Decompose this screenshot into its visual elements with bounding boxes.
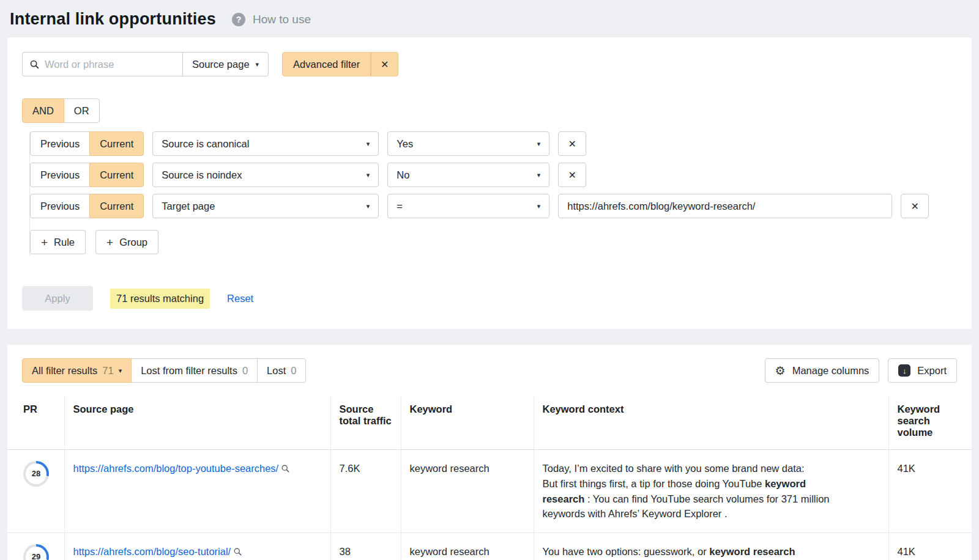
- column-header-keyword-context: Keyword context: [534, 396, 888, 450]
- source-page-cell: https://ahrefs.com/blog/seo-tutorial/: [64, 533, 330, 560]
- previous-toggle[interactable]: Previous: [30, 194, 90, 218]
- filter-rule: Previous Current Source is noindex ▾ No …: [30, 163, 957, 187]
- search-icon: [29, 59, 40, 70]
- previous-current-toggle: Previous Current: [30, 131, 144, 156]
- logic-toggle: AND OR: [22, 98, 100, 123]
- advanced-filter-close-button[interactable]: ✕: [371, 52, 398, 76]
- pr-score-ring: 29: [23, 544, 49, 560]
- and-toggle[interactable]: AND: [22, 98, 64, 123]
- plus-icon: +: [41, 237, 48, 248]
- gear-icon: ⚙: [775, 365, 786, 377]
- chevron-down-icon: ▾: [367, 172, 370, 179]
- source-total-traffic-cell: 7.6K: [330, 450, 401, 533]
- advanced-filter-group: Advanced filter ✕: [282, 52, 398, 76]
- export-button[interactable]: ↓ Export: [888, 358, 957, 383]
- keyword-cell: keyword research: [401, 450, 534, 533]
- close-icon: ✕: [568, 169, 576, 181]
- keyword-context-cell: You have two options: guesswork, or keyw…: [534, 533, 888, 560]
- page-title: Internal link opportunities: [10, 10, 216, 29]
- tab-label: All filter results: [32, 365, 97, 377]
- rule-field-label: Source is noindex: [162, 169, 242, 181]
- table-row: 29 https://ahrefs.com/blog/seo-tutorial/…: [7, 533, 972, 560]
- or-toggle[interactable]: OR: [64, 98, 100, 123]
- chevron-down-icon: ▾: [119, 367, 122, 374]
- results-table: PR Source page Source total traffic Keyw…: [7, 396, 972, 560]
- column-header-keyword: Keyword: [401, 396, 534, 450]
- rule-value-label: Yes: [396, 138, 413, 150]
- filter-rules: Previous Current Source is canonical ▾ Y…: [29, 131, 957, 256]
- rule-field-dropdown[interactable]: Source is noindex ▾: [152, 163, 379, 187]
- search-input[interactable]: [45, 59, 176, 70]
- search-scope-label: Source page: [192, 59, 250, 70]
- pr-cell: 28: [7, 450, 64, 533]
- previous-toggle[interactable]: Previous: [30, 163, 90, 187]
- remove-rule-button[interactable]: ✕: [901, 194, 929, 218]
- toolbar-right: ⚙ Manage columns ↓ Export: [765, 358, 957, 383]
- add-rule-button[interactable]: + Rule: [30, 230, 86, 254]
- rule-field-dropdown[interactable]: Source is canonical ▾: [152, 131, 379, 156]
- pr-score-value: 29: [26, 547, 47, 560]
- rule-value-input[interactable]: [558, 194, 892, 218]
- table-row: 28 https://ahrefs.com/blog/top-youtube-s…: [7, 450, 972, 533]
- pr-cell: 29: [7, 533, 64, 560]
- remove-rule-button[interactable]: ✕: [558, 163, 586, 187]
- current-toggle[interactable]: Current: [89, 194, 144, 218]
- tab-all-filter-results[interactable]: All filter results 71 ▾: [22, 358, 132, 383]
- source-total-traffic-cell: 38: [330, 533, 401, 560]
- reset-link[interactable]: Reset: [227, 293, 253, 304]
- rule-value-dropdown[interactable]: No ▾: [387, 163, 549, 187]
- filter-rule: Previous Current Target page ▾ = ▾ ✕: [30, 194, 957, 218]
- inspect-search-icon[interactable]: [233, 545, 242, 560]
- advanced-filter-button[interactable]: Advanced filter: [282, 52, 371, 76]
- source-page-link[interactable]: https://ahrefs.com/blog/top-youtube-sear…: [73, 463, 279, 474]
- pr-score-ring: 28: [23, 461, 49, 487]
- close-icon: ✕: [911, 201, 919, 212]
- remove-rule-button[interactable]: ✕: [558, 131, 586, 156]
- inspect-search-icon[interactable]: [281, 462, 290, 477]
- add-group-button[interactable]: + Group: [95, 230, 158, 254]
- results-tabs: All filter results 71 ▾ Lost from filter…: [22, 358, 306, 383]
- search-input-wrap: [22, 52, 182, 76]
- search-scope-dropdown[interactable]: Source page ▾: [182, 52, 269, 76]
- column-header-source-total-traffic: Source total traffic: [330, 396, 401, 450]
- tab-count: 0: [242, 365, 248, 377]
- rule-operator-dropdown[interactable]: = ▾: [387, 194, 549, 218]
- rule-field-label: Target page: [162, 201, 215, 212]
- previous-toggle[interactable]: Previous: [30, 131, 90, 156]
- current-toggle[interactable]: Current: [89, 131, 144, 156]
- results-toolbar: All filter results 71 ▾ Lost from filter…: [7, 358, 972, 383]
- help-icon[interactable]: ?: [232, 13, 245, 26]
- source-page-link[interactable]: https://ahrefs.com/blog/seo-tutorial/: [73, 546, 231, 557]
- current-toggle[interactable]: Current: [89, 163, 144, 187]
- export-label: Export: [917, 365, 947, 377]
- page-header: Internal link opportunities ? How to use: [0, 0, 979, 37]
- tab-count: 71: [102, 365, 113, 377]
- results-panel: All filter results 71 ▾ Lost from filter…: [7, 345, 972, 560]
- source-page-cell: https://ahrefs.com/blog/top-youtube-sear…: [64, 450, 330, 533]
- keyword-cell: keyword research: [401, 533, 534, 560]
- how-to-use-link[interactable]: How to use: [253, 13, 311, 26]
- apply-button[interactable]: Apply: [22, 286, 93, 311]
- tab-label: Lost from filter results: [141, 365, 237, 377]
- filter-panel: Source page ▾ Advanced filter ✕ AND OR P…: [7, 37, 972, 329]
- tab-lost-from-filter-results[interactable]: Lost from filter results 0: [131, 358, 258, 383]
- previous-current-toggle: Previous Current: [30, 194, 144, 218]
- rule-field-dropdown[interactable]: Target page ▾: [152, 194, 379, 218]
- close-icon: ✕: [568, 138, 576, 150]
- chevron-down-icon: ▾: [256, 61, 259, 68]
- chevron-down-icon: ▾: [537, 141, 541, 147]
- column-header-keyword-search-volume: Keyword search volume: [888, 396, 972, 450]
- tab-lost[interactable]: Lost 0: [257, 358, 306, 383]
- rule-value-dropdown[interactable]: Yes ▾: [387, 131, 549, 156]
- previous-current-toggle: Previous Current: [30, 163, 144, 187]
- add-row: + Rule + Group: [30, 225, 957, 256]
- search-group: Source page ▾: [22, 52, 269, 76]
- chevron-down-icon: ▾: [537, 172, 541, 179]
- keyword-context-cell: Today, I’m excited to share with you som…: [534, 450, 888, 533]
- apply-bar: Apply 71 results matching Reset: [22, 286, 957, 311]
- column-header-source-page: Source page: [64, 396, 330, 450]
- chevron-down-icon: ▾: [537, 203, 541, 210]
- keyword-search-volume-cell: 41K: [888, 533, 972, 560]
- manage-columns-button[interactable]: ⚙ Manage columns: [765, 358, 880, 383]
- rule-field-label: Source is canonical: [162, 138, 249, 150]
